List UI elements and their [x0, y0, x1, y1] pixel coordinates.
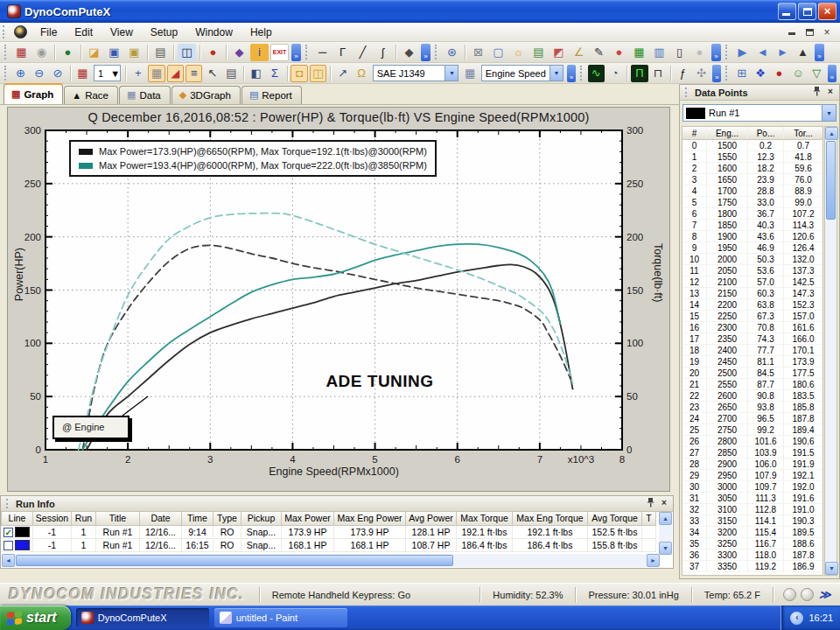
menu-view[interactable]: View [102, 24, 142, 41]
column-header[interactable]: Max Power [282, 512, 334, 525]
column-header[interactable]: Tor... [784, 127, 822, 139]
video-capture-icon[interactable]: ◫ [178, 44, 196, 61]
ruler-icon[interactable]: ∠ [570, 44, 588, 61]
close-icon[interactable]: × [658, 498, 670, 509]
map-chart-icon[interactable]: ◩ [550, 44, 568, 61]
mdi-close-button[interactable]: × [821, 26, 833, 38]
overflow-chevron-icon[interactable]: » [712, 65, 721, 82]
xaxis-combo[interactable]: Engine Speed▼ [481, 65, 564, 81]
scroll-left-icon[interactable]: ◄ [2, 554, 15, 567]
data-point-row[interactable]: 22260090.8183.5 [682, 390, 822, 402]
data-point-row[interactable]: 353250116.7188.6 [682, 538, 822, 550]
data-point-row[interactable]: 373350119.2186.9 [682, 561, 822, 572]
toolbar-grip[interactable] [725, 45, 730, 59]
operator-icon[interactable]: ☺ [789, 65, 806, 82]
logbook-icon[interactable]: ◆ [230, 44, 248, 61]
send-report-icon[interactable]: ≫ [819, 589, 833, 601]
column-header[interactable]: Max Eng Torque [513, 512, 588, 525]
data-point-row[interactable]: 11205053.6137.3 [682, 265, 822, 276]
run-info-hscrollbar[interactable]: ◄ ► [2, 554, 660, 567]
data-point-row[interactable]: 323100112.8191.0 [682, 504, 822, 515]
data-point-row[interactable]: 272850103.9191.5 [682, 447, 822, 458]
data-point-row[interactable]: 015000.20.7 [682, 140, 822, 151]
toolbar-grip[interactable] [435, 45, 439, 59]
pulse-screen-icon[interactable]: Π [631, 65, 648, 82]
tab-graph[interactable]: ▦Graph [4, 83, 63, 104]
data-point-row[interactable]: 8190043.6120.6 [682, 231, 822, 242]
tab-3dgraph[interactable]: ◆3DGraph [172, 86, 241, 104]
zoom-region-icon[interactable]: ⊘ [49, 65, 66, 82]
function-icon[interactable]: ƒ [675, 65, 691, 82]
minimize-button[interactable] [778, 3, 796, 20]
column-header[interactable]: Session [33, 512, 72, 525]
menu-setup[interactable]: Setup [142, 24, 186, 41]
taskbar-task-1[interactable]: DynoComPuteX [76, 608, 209, 627]
square-wave-icon[interactable]: ⊓ [650, 65, 667, 82]
connect-icon[interactable]: ● [59, 44, 77, 61]
overflow-chevron-icon[interactable]: » [711, 44, 721, 61]
play-icon[interactable]: ▶ [733, 44, 752, 61]
correction-combo[interactable]: SAE J1349▼ [373, 65, 459, 81]
manual-book-icon[interactable]: ❖ [752, 65, 768, 82]
run-color-swatch[interactable] [15, 527, 30, 537]
schedule-icon[interactable]: ⊞ [733, 65, 750, 82]
engine-label-box[interactable]: @ Engine [52, 416, 130, 439]
column-header[interactable]: T [642, 512, 656, 525]
toolbar-grip[interactable] [4, 66, 9, 80]
overflow-chevron-icon[interactable]: » [421, 44, 430, 61]
vehicle-icon[interactable]: ● [771, 65, 788, 82]
bell-icon[interactable]: ● [690, 44, 709, 61]
data-point-row[interactable]: 20250084.5177.5 [682, 368, 822, 379]
menu-window[interactable]: Window [186, 24, 242, 41]
column-header[interactable]: Max Eng Power [334, 512, 406, 525]
overflow-chevron-icon[interactable]: » [291, 44, 301, 61]
tab-report[interactable]: ▤Report [242, 86, 302, 104]
run-info-row[interactable]: -11Run #112/16...16:15ROSnap...168.1 HP1… [2, 538, 656, 551]
tab-race[interactable]: ▲Race [64, 86, 118, 104]
line-style-icon[interactable]: ─ [313, 44, 332, 61]
data-point-row[interactable]: 303000109.7192.0 [682, 481, 822, 493]
grid-toggle-icon[interactable]: ▦ [148, 65, 164, 82]
column-header[interactable]: Po... [748, 127, 784, 139]
hscroll-thumb[interactable] [16, 555, 453, 566]
data-point-row[interactable]: 363300118.0187.8 [682, 550, 822, 561]
scroll-down-icon[interactable]: ▼ [659, 542, 672, 555]
toolbar-grip[interactable] [725, 66, 730, 80]
data-point-row[interactable]: 21255087.7180.6 [682, 379, 822, 390]
save-icon[interactable]: ▣ [105, 44, 123, 61]
run-info-table[interactable]: LineSessionRunTitleDateTimeTypePickupMax… [1, 512, 656, 552]
data-point-row[interactable]: 10200050.3132.0 [682, 254, 822, 265]
zoom-out-icon[interactable]: ⊖ [31, 65, 47, 82]
data-points-table[interactable]: #Eng...Po...Tor...015000.20.71155012.341… [682, 126, 823, 576]
dial-gauge-icon[interactable]: ◔ [606, 65, 623, 82]
data-point-row[interactable]: 9195046.9126.4 [682, 242, 822, 254]
column-header[interactable]: Avg Torque [588, 512, 642, 525]
data-point-row[interactable]: 282900106.0191.9 [682, 458, 822, 470]
run-visible-checkbox[interactable]: ✓ [4, 528, 13, 537]
column-header[interactable]: Line [2, 512, 33, 525]
data-point-row[interactable]: 16230070.8161.6 [682, 322, 822, 333]
fill-chart-icon[interactable]: ◢ [167, 65, 184, 82]
scanner-icon[interactable]: ▯ [670, 44, 689, 61]
column-header[interactable]: Eng... [707, 127, 748, 139]
scroll-up-icon[interactable]: ▲ [659, 512, 672, 525]
prev-run-icon[interactable]: ◄ [753, 44, 772, 61]
close-button[interactable]: × [818, 3, 836, 20]
legend-toggle-icon[interactable]: ≡ [186, 65, 202, 82]
print-icon[interactable]: ▤ [151, 44, 170, 61]
pin-icon[interactable] [644, 498, 656, 509]
scroll-up-icon[interactable]: ▲ [825, 127, 838, 140]
solid-3d-icon[interactable]: ◆ [400, 44, 418, 61]
panel-grip[interactable] [6, 499, 10, 509]
monitor-icon[interactable]: ▦ [630, 44, 648, 61]
annotation-icon[interactable]: ◘ [290, 65, 307, 82]
run-info-vscrollbar[interactable]: ▲ ▼ [659, 512, 672, 555]
column-header[interactable]: Pickup [242, 512, 282, 525]
column-header[interactable]: Run [72, 512, 96, 525]
report-sheet-icon[interactable]: ▥ [650, 44, 668, 61]
gear-icon[interactable]: ⊛ [443, 44, 461, 61]
toolbar-grip[interactable] [580, 66, 584, 80]
data-point-row[interactable]: 12210057.0142.5 [682, 276, 822, 288]
open-file-icon[interactable]: ◪ [85, 44, 103, 61]
overflow-chevron-icon[interactable]: » [567, 65, 576, 82]
